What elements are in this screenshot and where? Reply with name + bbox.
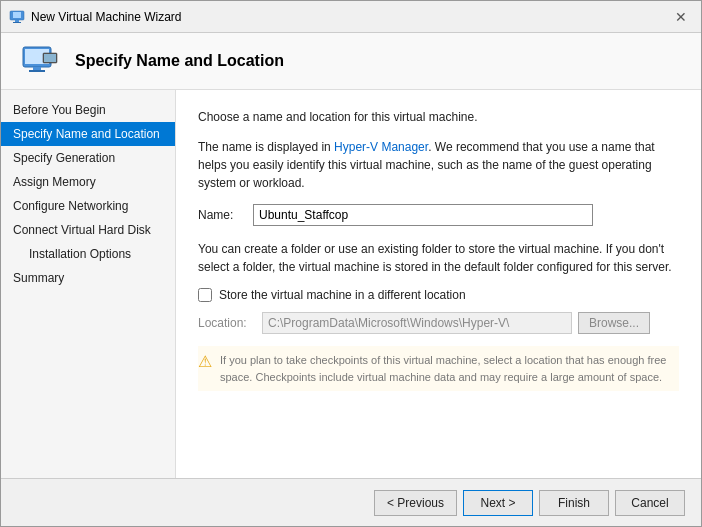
svg-rect-6: [33, 67, 41, 70]
browse-button[interactable]: Browse...: [578, 312, 650, 334]
sidebar-item-before-you-begin[interactable]: Before You Begin: [1, 98, 175, 122]
close-button[interactable]: ✕: [669, 5, 693, 29]
title-bar: New Virtual Machine Wizard ✕: [1, 1, 701, 33]
title-bar-left: New Virtual Machine Wizard: [9, 9, 182, 25]
sidebar-item-configure-networking[interactable]: Configure Networking: [1, 194, 175, 218]
finish-button[interactable]: Finish: [539, 490, 609, 516]
checkbox-label[interactable]: Store the virtual machine in a different…: [219, 288, 466, 302]
warning-icon: ⚠: [198, 352, 212, 373]
header-icon: [21, 45, 61, 77]
window-title: New Virtual Machine Wizard: [31, 10, 182, 24]
body-area: Before You Begin Specify Name and Locati…: [1, 90, 701, 478]
sidebar-item-specify-generation[interactable]: Specify Generation: [1, 146, 175, 170]
sidebar-item-installation-options[interactable]: Installation Options: [1, 242, 175, 266]
sidebar: Before You Begin Specify Name and Locati…: [1, 90, 176, 478]
svg-rect-2: [15, 20, 19, 22]
sidebar-item-specify-name[interactable]: Specify Name and Location: [1, 122, 175, 146]
info-hyperv-link: Hyper-V Manager: [334, 140, 428, 154]
next-button[interactable]: Next >: [463, 490, 533, 516]
sidebar-item-summary[interactable]: Summary: [1, 266, 175, 290]
cancel-button[interactable]: Cancel: [615, 490, 685, 516]
store-different-location-checkbox[interactable]: [198, 288, 212, 302]
location-label: Location:: [198, 316, 256, 330]
location-info-text: You can create a folder or use an existi…: [198, 240, 679, 276]
window-icon: [9, 9, 25, 25]
svg-rect-9: [44, 54, 56, 62]
main-info-text: The name is displayed in Hyper-V Manager…: [198, 138, 679, 192]
svg-rect-3: [13, 22, 21, 23]
svg-rect-1: [13, 12, 21, 18]
previous-button[interactable]: < Previous: [374, 490, 457, 516]
footer: < Previous Next > Finish Cancel: [1, 478, 701, 526]
wizard-window: New Virtual Machine Wizard ✕ Specify Nam…: [0, 0, 702, 527]
warning-text: If you plan to take checkpoints of this …: [220, 352, 679, 385]
sidebar-item-assign-memory[interactable]: Assign Memory: [1, 170, 175, 194]
info-part1: The name is displayed in: [198, 140, 334, 154]
name-label: Name:: [198, 208, 243, 222]
warning-box: ⚠ If you plan to take checkpoints of thi…: [198, 346, 679, 391]
name-input[interactable]: [253, 204, 593, 226]
vm-header-icon: [21, 45, 61, 77]
header-section: Specify Name and Location: [1, 33, 701, 90]
checkbox-row: Store the virtual machine in a different…: [198, 288, 679, 302]
name-row: Name:: [198, 204, 679, 226]
location-row: Location: Browse...: [198, 312, 679, 334]
main-description: Choose a name and location for this virt…: [198, 108, 679, 126]
header-title: Specify Name and Location: [75, 52, 284, 70]
sidebar-item-connect-vhd[interactable]: Connect Virtual Hard Disk: [1, 218, 175, 242]
location-input[interactable]: [262, 312, 572, 334]
svg-rect-7: [29, 70, 45, 72]
main-wrapper: Specify Name and Location Before You Beg…: [1, 33, 701, 526]
main-content: Choose a name and location for this virt…: [176, 90, 701, 478]
